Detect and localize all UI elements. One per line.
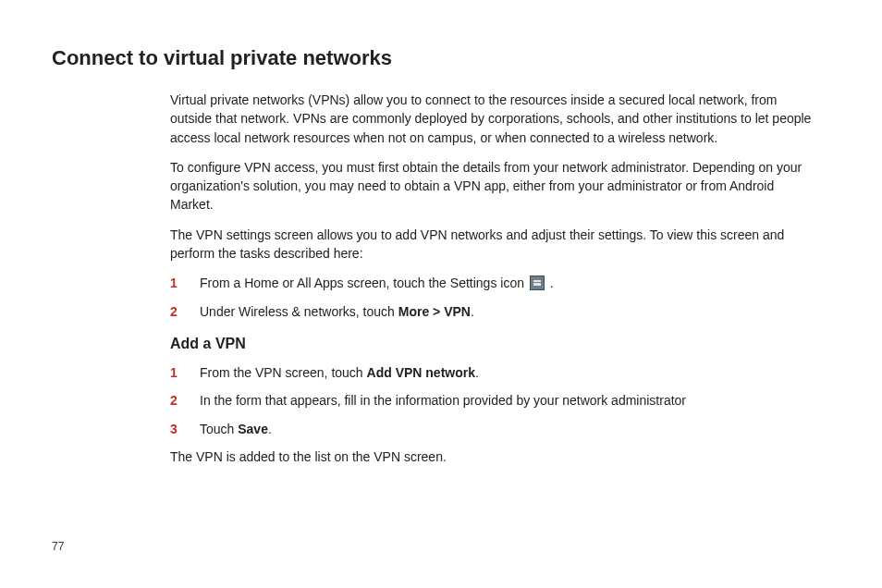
text: From the VPN screen, touch bbox=[200, 365, 367, 380]
text: From a Home or All Apps screen, touch th… bbox=[200, 276, 528, 290]
paragraph: Virtual private networks (VPNs) allow yo… bbox=[170, 91, 817, 147]
text: . bbox=[268, 422, 272, 436]
bold-text: More > VPN bbox=[398, 304, 471, 319]
text: Under Wireless & networks, touch bbox=[200, 304, 398, 319]
paragraph: The VPN settings screen allows you to ad… bbox=[170, 226, 817, 263]
step-number: 1 bbox=[170, 363, 200, 382]
step-text: Touch Save. bbox=[200, 420, 817, 438]
step-text: From the VPN screen, touch Add VPN netwo… bbox=[200, 363, 817, 382]
step-number: 2 bbox=[170, 302, 200, 321]
step-number: 3 bbox=[170, 420, 200, 438]
step-item: 3 Touch Save. bbox=[170, 420, 817, 438]
text: . bbox=[475, 365, 479, 380]
step-item: 2 Under Wireless & networks, touch More … bbox=[170, 302, 817, 321]
text: . bbox=[471, 304, 474, 319]
step-text: Under Wireless & networks, touch More > … bbox=[200, 302, 817, 321]
text: . bbox=[546, 276, 554, 290]
step-item: 1 From a Home or All Apps screen, touch … bbox=[170, 274, 817, 292]
text: Touch bbox=[200, 422, 238, 436]
page-number: 77 bbox=[52, 540, 64, 553]
step-number: 2 bbox=[170, 391, 200, 410]
step-item: 1 From the VPN screen, touch Add VPN net… bbox=[170, 363, 817, 382]
settings-icon bbox=[530, 276, 545, 290]
bold-text: Add VPN network bbox=[367, 365, 475, 380]
section-subheading: Add a VPN bbox=[170, 336, 817, 352]
paragraph: To configure VPN access, you must first … bbox=[170, 158, 817, 214]
step-item: 2 In the form that appears, fill in the … bbox=[170, 391, 817, 410]
body-content: Virtual private networks (VPNs) allow yo… bbox=[170, 91, 817, 466]
step-text: From a Home or All Apps screen, touch th… bbox=[200, 274, 817, 292]
page-title: Connect to virtual private networks bbox=[52, 46, 827, 70]
paragraph: The VPN is added to the list on the VPN … bbox=[170, 447, 817, 466]
step-text: In the form that appears, fill in the in… bbox=[200, 391, 817, 410]
bold-text: Save bbox=[238, 422, 268, 436]
step-number: 1 bbox=[170, 274, 200, 292]
